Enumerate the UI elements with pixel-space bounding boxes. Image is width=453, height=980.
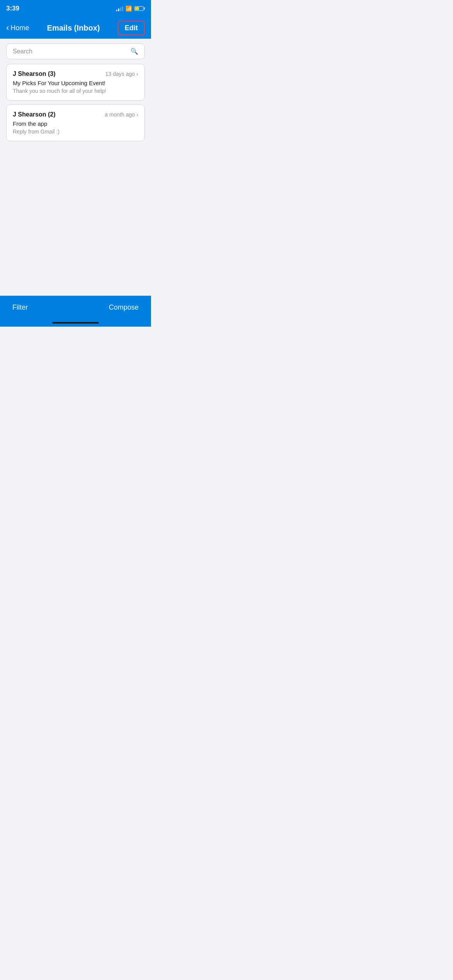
email-header: J Shearson (3) 13 days ago ›: [13, 70, 138, 77]
signal-icon: [116, 6, 123, 11]
email-item[interactable]: J Shearson (3) 13 days ago › My Picks Fo…: [6, 64, 145, 101]
email-time: 13 days ago: [105, 71, 135, 77]
status-bar: 3:39 📶: [0, 0, 151, 17]
filter-button[interactable]: Filter: [12, 303, 28, 312]
status-time: 3:39: [6, 5, 19, 12]
chevron-left-icon: ‹: [6, 23, 9, 33]
nav-bar: ‹ Home Emails (Inbox) Edit: [0, 17, 151, 39]
email-sender: J Shearson (2): [13, 111, 55, 118]
email-preview: Thank you so much for all of your help!: [13, 88, 138, 94]
chevron-right-icon: ›: [136, 71, 138, 77]
back-button[interactable]: ‹ Home: [6, 23, 29, 33]
search-input[interactable]: Search: [13, 48, 33, 55]
email-subject: My Picks For Your Upcoming Event!: [13, 80, 138, 86]
email-item[interactable]: J Shearson (2) a month ago › From the ap…: [6, 105, 145, 141]
battery-icon: [134, 6, 145, 11]
email-time-wrapper: 13 days ago ›: [105, 71, 138, 77]
compose-button[interactable]: Compose: [109, 303, 139, 312]
email-header: J Shearson (2) a month ago ›: [13, 111, 138, 118]
status-icons: 📶: [116, 5, 145, 12]
search-container: Search 🔍: [0, 39, 151, 64]
email-subject: From the app: [13, 120, 138, 127]
chevron-right-icon: ›: [136, 111, 138, 118]
wifi-icon: 📶: [125, 5, 132, 12]
email-sender: J Shearson (3): [13, 70, 55, 77]
email-preview: Reply from Gmail :): [13, 128, 138, 135]
search-icon: 🔍: [130, 48, 138, 55]
email-time-wrapper: a month ago ›: [105, 111, 138, 118]
email-time: a month ago: [105, 111, 135, 118]
page-title: Emails (Inbox): [47, 24, 100, 33]
search-box[interactable]: Search 🔍: [6, 43, 145, 59]
edit-button[interactable]: Edit: [118, 21, 145, 35]
back-label: Home: [10, 24, 29, 32]
home-indicator: [52, 322, 99, 324]
email-list: J Shearson (3) 13 days ago › My Picks Fo…: [0, 64, 151, 141]
